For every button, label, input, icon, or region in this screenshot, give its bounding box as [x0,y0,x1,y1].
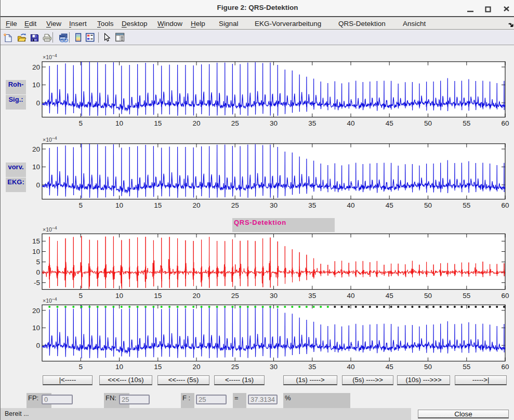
svg-text:20: 20 [32,63,40,71]
svg-text:35: 35 [308,119,316,127]
svg-text:40: 40 [347,201,354,209]
svg-text:45: 45 [386,119,393,127]
svg-text:40: 40 [347,363,354,371]
svg-text:10: 10 [32,248,40,255]
svg-text:×10: ×10 [43,297,52,304]
svg-text:10: 10 [32,324,40,332]
svg-text:×10: ×10 [43,54,52,60]
svg-text:30: 30 [270,201,278,209]
svg-text:0: 0 [36,181,40,189]
svg-text:0: 0 [36,99,40,107]
svg-text:20: 20 [192,292,200,300]
svg-text:60: 60 [501,363,509,371]
svg-text:20: 20 [32,307,40,315]
svg-text:5: 5 [78,201,83,209]
svg-text:−4: −4 [52,296,57,302]
svg-text:5: 5 [78,363,83,371]
svg-text:50: 50 [424,363,432,371]
svg-text:20: 20 [192,119,200,127]
svg-text:15: 15 [154,119,162,127]
svg-text:20: 20 [192,363,200,371]
svg-text:25: 25 [231,201,239,209]
svg-text:10: 10 [115,292,123,300]
svg-text:45: 45 [386,201,393,209]
svg-text:−4: −4 [52,136,57,141]
svg-text:25: 25 [231,119,239,127]
svg-text:60: 60 [501,119,509,127]
svg-text:10: 10 [115,119,123,127]
svg-text:35: 35 [308,363,316,371]
svg-text:10: 10 [115,363,123,371]
svg-text:45: 45 [386,292,393,300]
svg-text:25: 25 [231,363,239,371]
svg-text:20: 20 [192,201,200,209]
svg-text:−4: −4 [52,225,57,231]
svg-text:15: 15 [154,201,162,209]
svg-text:60: 60 [501,292,509,300]
svg-text:55: 55 [463,292,470,300]
svg-text:10: 10 [32,163,40,171]
svg-text:15: 15 [154,292,162,300]
svg-text:30: 30 [270,292,278,300]
svg-text:35: 35 [308,292,316,300]
svg-text:55: 55 [463,201,470,209]
svg-text:-5: -5 [34,279,40,287]
svg-text:10: 10 [32,81,40,89]
svg-text:50: 50 [424,119,432,127]
svg-text:20: 20 [32,145,40,153]
svg-text:5: 5 [78,292,83,300]
svg-text:50: 50 [424,292,432,300]
svg-text:0: 0 [36,342,40,349]
svg-text:60: 60 [501,201,509,209]
svg-text:×10: ×10 [43,226,52,233]
svg-text:40: 40 [347,119,354,127]
svg-text:5: 5 [36,258,40,266]
svg-text:5: 5 [78,119,83,127]
svg-text:×10: ×10 [43,137,52,143]
svg-text:30: 30 [270,119,278,127]
svg-text:15: 15 [154,363,162,371]
svg-text:40: 40 [347,292,354,300]
svg-text:25: 25 [231,292,239,300]
svg-text:30: 30 [270,363,278,371]
svg-text:45: 45 [386,363,393,371]
svg-text:−4: −4 [52,53,57,58]
svg-text:35: 35 [308,201,316,209]
svg-text:50: 50 [424,201,432,209]
svg-text:55: 55 [463,119,470,127]
svg-text:0: 0 [36,268,40,276]
svg-text:10: 10 [115,201,123,209]
svg-text:15: 15 [32,237,40,245]
svg-text:55: 55 [463,363,470,371]
